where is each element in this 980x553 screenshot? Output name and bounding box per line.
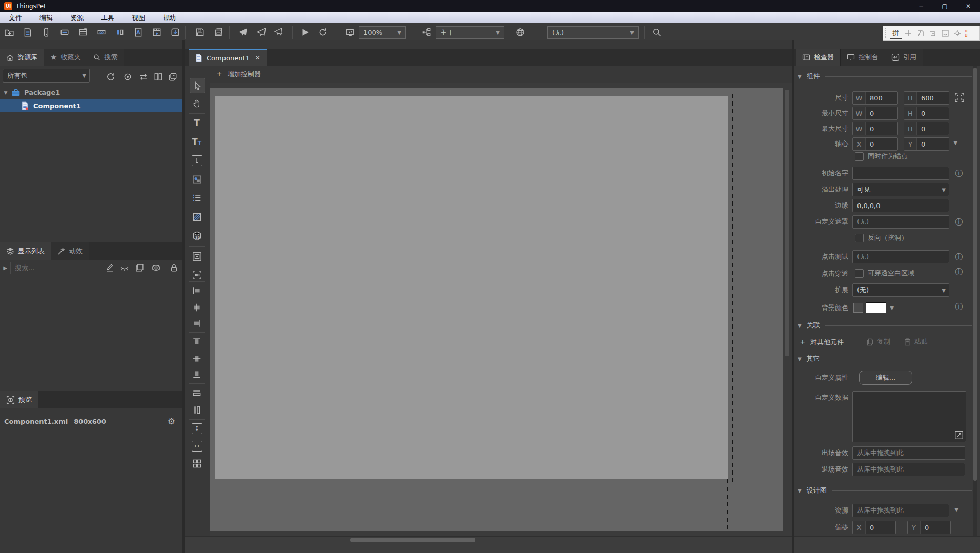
invert-mask-checkbox[interactable]: [855, 234, 864, 242]
component-tool[interactable]: [190, 268, 204, 282]
play-icon[interactable]: [298, 27, 312, 38]
tab-transitions[interactable]: 动效: [51, 242, 89, 260]
align-center-horizontal-tool[interactable]: [190, 300, 204, 315]
tree-row-package[interactable]: ▼ Package1: [0, 86, 182, 99]
canvas-horizontal-scrollbar[interactable]: [350, 538, 475, 542]
design-offset-y-field[interactable]: Y: [907, 521, 951, 534]
info-icon[interactable]: ⓘ: [954, 169, 964, 178]
package-filter-select[interactable]: 所有包 ▼: [3, 69, 90, 83]
size-h-field[interactable]: H: [904, 91, 949, 105]
tab-inspector[interactable]: 检查器: [796, 49, 841, 66]
max-size-h-input[interactable]: [917, 125, 949, 133]
new-label-icon[interactable]: [58, 27, 71, 38]
minimize-button[interactable]: ─: [909, 0, 933, 12]
loader-tool[interactable]: [190, 249, 204, 263]
initial-name-input[interactable]: [853, 170, 949, 177]
new-component-icon[interactable]: [21, 27, 34, 38]
pivot-y-field[interactable]: Y: [904, 137, 949, 151]
clone-window-icon[interactable]: [166, 71, 179, 83]
design-offset-y-input[interactable]: [921, 524, 950, 531]
visibility-icon[interactable]: [147, 262, 165, 274]
distribute-horizontal-tool[interactable]: [190, 385, 204, 400]
new-combobox-icon[interactable]: [76, 27, 90, 38]
inputtext-tool[interactable]: [190, 153, 204, 168]
display-list-search-input[interactable]: [11, 264, 103, 272]
canvas-vertical-scrollbar[interactable]: [785, 90, 789, 356]
extension-select[interactable]: (无) ▼: [852, 283, 949, 297]
info-icon[interactable]: ⓘ: [954, 217, 964, 227]
new-movieclip-icon[interactable]: [150, 27, 164, 38]
reload-packages-icon[interactable]: [104, 71, 117, 83]
bg-color-dropdown-icon[interactable]: ▼: [890, 304, 894, 311]
search-icon[interactable]: [650, 27, 663, 38]
align-left-tool[interactable]: [190, 283, 204, 298]
language-select[interactable]: (无) ▼: [547, 26, 639, 39]
pivot-x-field[interactable]: X: [852, 137, 898, 151]
inspector-scrollbar-thumb[interactable]: [973, 68, 977, 481]
pivot-x-input[interactable]: [866, 140, 897, 148]
initial-name-field[interactable]: [852, 167, 949, 180]
overflow-select[interactable]: 可见 ▼: [852, 183, 949, 196]
design-offset-x-input[interactable]: [866, 524, 895, 531]
paste-relations-button[interactable]: 粘贴: [904, 337, 928, 346]
ime-drag-handle[interactable]: [885, 28, 890, 38]
menu-help[interactable]: 帮助: [154, 12, 185, 23]
add-controller-button[interactable]: ＋ 增加控制器: [215, 69, 261, 79]
new-package-icon[interactable]: [3, 27, 16, 38]
locate-resource-icon[interactable]: [121, 71, 134, 83]
section-component-header[interactable]: ▼ 组件: [798, 72, 972, 81]
arrange-grid-tool[interactable]: [190, 456, 204, 470]
same-width-tool[interactable]: ↔: [190, 439, 204, 453]
menu-resource[interactable]: 资源: [62, 12, 92, 23]
new-progressbar-icon[interactable]: [113, 27, 127, 38]
tab-library[interactable]: 资源库: [0, 49, 44, 66]
margin-field[interactable]: [852, 199, 949, 212]
align-right-tool[interactable]: [190, 316, 204, 331]
max-size-w-input[interactable]: [866, 125, 897, 133]
tab-favorites[interactable]: ★ 收藏夹: [44, 49, 87, 66]
publish-all-icon[interactable]: [255, 27, 268, 38]
pivot-preset-dropdown-icon[interactable]: ▼: [953, 139, 957, 146]
ime-bar[interactable]: 拼 ou: [883, 26, 980, 41]
globe-icon[interactable]: [514, 27, 527, 38]
min-size-w-input[interactable]: [866, 110, 897, 117]
max-size-h-field[interactable]: H: [904, 122, 949, 135]
info-icon[interactable]: ⓘ: [954, 267, 964, 276]
preview-screen-icon[interactable]: [343, 27, 357, 38]
zoom-select[interactable]: 100% ▼: [359, 26, 406, 39]
enter-sound-field[interactable]: 从库中拖拽到此: [852, 446, 965, 460]
edit-custom-props-button[interactable]: 编辑...: [859, 371, 912, 385]
new-button-icon[interactable]: [39, 27, 53, 38]
publish-icon[interactable]: [236, 27, 250, 38]
align-top-tool[interactable]: [190, 334, 204, 349]
save-all-icon[interactable]: [212, 27, 226, 38]
ime-simplified-icon[interactable]: [927, 28, 939, 39]
import-resource-icon[interactable]: [169, 27, 182, 38]
hit-test-field[interactable]: (无): [852, 250, 949, 263]
graph-tool[interactable]: [190, 210, 204, 224]
lock-icon[interactable]: [165, 262, 182, 274]
expand-tree-icon[interactable]: ▶: [0, 265, 10, 271]
text-tool[interactable]: T: [190, 116, 204, 130]
menu-edit[interactable]: 编辑: [31, 12, 62, 23]
min-size-h-input[interactable]: [917, 110, 949, 117]
tab-console[interactable]: 控制台: [841, 49, 885, 66]
tab-display-list[interactable]: 显示列表: [0, 242, 51, 260]
tab-preview[interactable]: 预览: [0, 391, 38, 408]
tab-component1[interactable]: Component1 ✕: [189, 49, 267, 66]
align-middle-vertical-tool[interactable]: [190, 352, 204, 366]
section-design-header[interactable]: ▼ 设计图: [798, 486, 972, 495]
ime-fullhalf-icon[interactable]: [902, 28, 914, 39]
ime-settings-icon[interactable]: [951, 28, 964, 39]
tab-search[interactable]: 搜索: [87, 49, 124, 66]
edit-mode-icon[interactable]: [103, 262, 117, 274]
margin-input[interactable]: [853, 202, 949, 210]
select-tool[interactable]: [190, 78, 205, 93]
branch-icon[interactable]: [420, 27, 433, 38]
save-icon[interactable]: [193, 27, 207, 38]
list-tool[interactable]: [190, 191, 204, 205]
richtext-tool[interactable]: TT: [190, 134, 204, 149]
min-size-w-field[interactable]: W: [852, 107, 898, 120]
section-relations-header[interactable]: ▼ 关联: [798, 321, 972, 330]
image-tool[interactable]: [190, 172, 204, 187]
